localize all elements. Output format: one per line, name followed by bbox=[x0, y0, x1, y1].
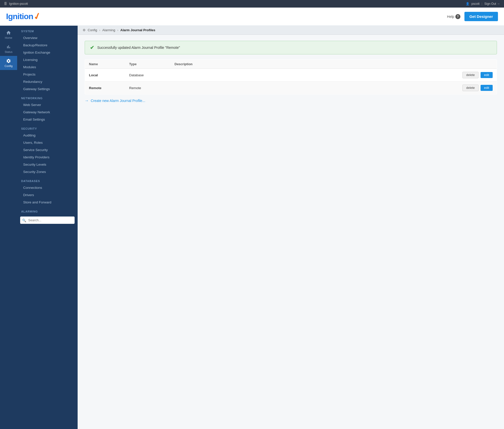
sidebar-item-projects[interactable]: Projects bbox=[17, 71, 78, 78]
row-0-description bbox=[171, 69, 303, 82]
row-0-actions: delete edit bbox=[302, 69, 497, 82]
logo-text: Ignition bbox=[6, 12, 33, 21]
sidebar-item-identity-providers[interactable]: Identity Providers bbox=[17, 154, 78, 161]
nav-icons: Home Status Config bbox=[0, 26, 17, 429]
success-message: Successfully updated Alarm Journal Profi… bbox=[97, 46, 180, 50]
status-icon bbox=[6, 44, 11, 49]
breadcrumb-current: Alarm Journal Profiles bbox=[120, 28, 155, 32]
home-icon bbox=[6, 30, 11, 35]
sidebar-search-input[interactable] bbox=[20, 217, 75, 224]
sidebar-item-licensing[interactable]: Licensing bbox=[17, 56, 78, 63]
help-icon: ? bbox=[455, 14, 460, 19]
breadcrumb: ⚙ Config › Alarming › Alarm Journal Prof… bbox=[78, 26, 504, 35]
row-0-type: Database bbox=[125, 69, 171, 82]
sidebar-item-store-forward[interactable]: Store and Forward bbox=[17, 199, 78, 206]
col-header-type: Type bbox=[125, 60, 171, 69]
profiles-table: Name Type Description Local Database del… bbox=[85, 59, 497, 94]
topbar-divider: | bbox=[482, 2, 482, 6]
sidebar-item-security-levels[interactable]: Security Levels bbox=[17, 161, 78, 168]
username: pscott bbox=[471, 2, 480, 6]
breadcrumb-sep2: › bbox=[117, 28, 118, 32]
table-row: Remote Remote delete edit bbox=[85, 82, 497, 94]
sidebar-item-connections[interactable]: Connections bbox=[17, 184, 78, 191]
header-right: Help ? Get Designer bbox=[447, 12, 498, 21]
success-banner: ✔ Successfully updated Alarm Journal Pro… bbox=[85, 41, 497, 54]
row-1-type: Remote bbox=[125, 82, 171, 94]
sidebar-section-databases: DATABASES bbox=[17, 175, 78, 184]
sidebar-item-email-settings[interactable]: Email Settings bbox=[17, 116, 78, 123]
sidebar-section-networking: NETWORKING bbox=[17, 93, 78, 101]
create-link-label: Create new Alarm Journal Profile... bbox=[91, 99, 145, 103]
sidebar-item-users-roles[interactable]: Users, Roles bbox=[17, 139, 78, 146]
sidebar-search-container: 🔍 bbox=[20, 217, 75, 224]
arrow-right-icon: → bbox=[85, 98, 89, 103]
breadcrumb-config[interactable]: Config bbox=[88, 28, 97, 32]
col-header-description: Description bbox=[171, 60, 303, 69]
sidebar-item-gateway-settings[interactable]: Gateway Settings bbox=[17, 85, 78, 93]
get-designer-button[interactable]: Get Designer bbox=[464, 12, 498, 21]
nav-home-label: Home bbox=[5, 36, 12, 39]
row-0-edit-button[interactable]: edit bbox=[481, 72, 493, 78]
header: Ignition ✓ Help ? Get Designer bbox=[0, 8, 504, 26]
create-profile-link[interactable]: → Create new Alarm Journal Profile... bbox=[85, 98, 497, 103]
logo: Ignition ✓ bbox=[6, 11, 41, 22]
sidebar-section-security: SECURITY bbox=[17, 123, 78, 132]
sidebar-item-redundancy[interactable]: Redundancy bbox=[17, 78, 78, 85]
config-icon bbox=[6, 58, 11, 63]
app-name: Ignition-pscott bbox=[9, 2, 28, 6]
sidebar-item-overview[interactable]: Overview bbox=[17, 34, 78, 42]
content-area: ✔ Successfully updated Alarm Journal Pro… bbox=[78, 35, 504, 109]
config-breadcrumb-icon: ⚙ bbox=[83, 28, 86, 32]
sidebar-item-backup-restore[interactable]: Backup/Restore bbox=[17, 42, 78, 49]
row-1-delete-button[interactable]: delete bbox=[462, 85, 479, 91]
row-0-delete-button[interactable]: delete bbox=[462, 72, 479, 78]
sidebar-item-service-security[interactable]: Service Security bbox=[17, 146, 78, 154]
row-0-name: Local bbox=[85, 69, 125, 82]
nav-status-label: Status bbox=[5, 50, 12, 53]
nav-icon-home[interactable]: Home bbox=[0, 28, 17, 42]
sidebar-item-modules[interactable]: Modules bbox=[17, 63, 78, 71]
topbar-left: 🗄 Ignition-pscott bbox=[4, 2, 28, 6]
col-header-actions bbox=[302, 60, 497, 69]
row-1-actions: delete edit bbox=[302, 82, 497, 94]
nav-icon-config[interactable]: Config bbox=[0, 56, 17, 70]
help-button[interactable]: Help ? bbox=[447, 14, 460, 19]
topbar-right: 👤 pscott | Sign Out → bbox=[466, 2, 500, 6]
row-1-edit-button[interactable]: edit bbox=[481, 85, 493, 91]
topbar: 🗄 Ignition-pscott 👤 pscott | Sign Out → bbox=[0, 0, 504, 8]
logo-flame: ✓ bbox=[32, 10, 42, 22]
sidebar-section-alarming: ALARMING bbox=[17, 206, 78, 214]
user-icon: 👤 bbox=[466, 2, 469, 6]
sidebar-section-system: SYSTEM bbox=[17, 26, 78, 34]
col-header-name: Name bbox=[85, 60, 125, 69]
sidebar-item-gateway-network[interactable]: Gateway Network bbox=[17, 109, 78, 116]
breadcrumb-alarming[interactable]: Alarming bbox=[102, 28, 115, 32]
breadcrumb-sep1: › bbox=[99, 28, 100, 32]
app-body: Home Status Config SYSTEM Overview Backu… bbox=[0, 26, 504, 429]
row-1-name: Remote bbox=[85, 82, 125, 94]
success-check-icon: ✔ bbox=[90, 45, 94, 51]
sidebar-item-ignition-exchange[interactable]: Ignition Exchange bbox=[17, 49, 78, 56]
db-icon: 🗄 bbox=[4, 2, 7, 6]
row-1-description bbox=[171, 82, 303, 94]
table-row: Local Database delete edit bbox=[85, 69, 497, 82]
nav-config-label: Config bbox=[5, 64, 13, 67]
sidebar-item-auditing[interactable]: Auditing bbox=[17, 132, 78, 139]
sidebar-item-web-server[interactable]: Web Server bbox=[17, 101, 78, 109]
nav-icon-status[interactable]: Status bbox=[0, 42, 17, 56]
sidebar-item-security-zones[interactable]: Security Zones bbox=[17, 168, 78, 175]
sidebar: SYSTEM Overview Backup/Restore Ignition … bbox=[17, 26, 78, 429]
signout-link[interactable]: Sign Out → bbox=[484, 2, 500, 6]
sidebar-item-drivers[interactable]: Drivers bbox=[17, 191, 78, 199]
help-label: Help bbox=[447, 15, 454, 19]
search-icon: 🔍 bbox=[22, 218, 26, 222]
main-content: ⚙ Config › Alarming › Alarm Journal Prof… bbox=[78, 26, 504, 429]
